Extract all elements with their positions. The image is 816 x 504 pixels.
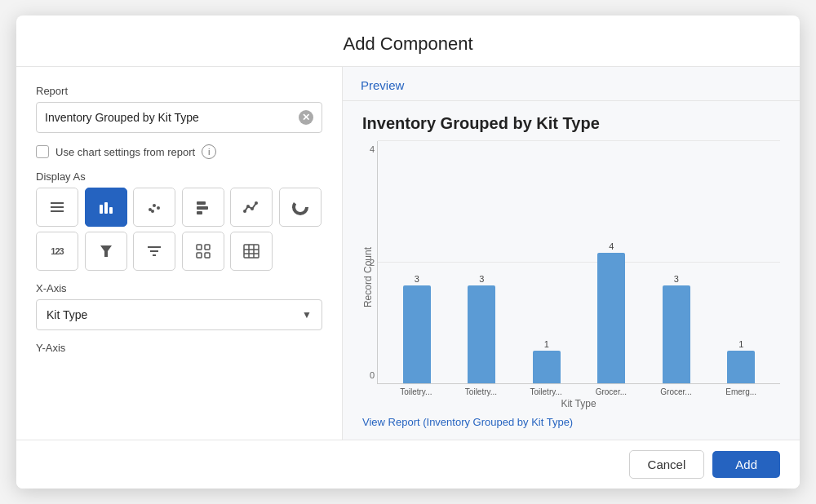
xaxis-dropdown-arrow: ▼ (302, 309, 312, 321)
preview-content: Inventory Grouped by Kit Type Record Cou… (343, 101, 800, 440)
preview-header: Preview (343, 67, 800, 101)
display-btn-funnel[interactable] (85, 232, 127, 271)
svg-point-16 (255, 201, 258, 205)
svg-rect-3 (100, 205, 103, 214)
display-btn-filter[interactable] (133, 232, 175, 271)
bar-value-label: 1 (738, 339, 743, 349)
bar-rect (533, 351, 561, 383)
x-axis-label-item: Grocer... (644, 387, 709, 396)
modal-header: Add Component (16, 15, 800, 67)
bar-group: 3 (644, 274, 709, 383)
modal-body: Report Inventory Grouped by Kit Type ✕ U… (16, 67, 800, 440)
x-axis-label-item: Toiletry... (513, 387, 579, 396)
x-axis-label-item: Toiletry... (449, 387, 514, 396)
bar-value-label: 3 (479, 274, 484, 284)
bar-rect (663, 285, 690, 383)
display-btn-scatter[interactable] (133, 188, 175, 227)
svg-rect-12 (197, 211, 202, 214)
svg-point-15 (251, 207, 254, 210)
bar-rect (403, 285, 431, 383)
right-panel: Preview Inventory Grouped by Kit Type Re… (343, 67, 800, 440)
bars-container: 331431 (378, 148, 780, 383)
display-btn-bar[interactable] (85, 188, 127, 227)
svg-rect-22 (197, 245, 202, 250)
xaxis-dropdown[interactable]: Kit Type ▼ (36, 299, 322, 330)
report-label: Report (36, 85, 322, 97)
bar-group: 3 (384, 274, 450, 383)
info-icon[interactable]: i (202, 144, 216, 159)
bar-rect (597, 253, 625, 383)
x-axis-title: Kit Type (377, 398, 780, 409)
bar-rect (468, 285, 495, 383)
x-axis-labels: Toiletry...Toiletry...Toiletry...Grocer.… (377, 384, 780, 396)
display-as-label: Display As (36, 170, 322, 183)
yaxis-section: Y-Axis (36, 342, 322, 359)
x-axis-label-item: Grocer... (579, 387, 644, 396)
svg-rect-25 (205, 253, 210, 258)
svg-rect-10 (197, 201, 206, 205)
chart-area: Record Count 0 2 4 (362, 141, 780, 414)
modal-title: Add Component (344, 33, 473, 54)
display-btn-list[interactable] (36, 188, 78, 227)
svg-rect-23 (205, 245, 210, 250)
h-gridline-4 (378, 140, 780, 141)
svg-rect-24 (197, 253, 202, 258)
xaxis-label: X-Axis (36, 282, 322, 294)
bar-value-label: 3 (674, 274, 679, 284)
svg-point-8 (157, 206, 160, 210)
svg-rect-26 (244, 245, 259, 258)
bar-group: 1 (514, 339, 579, 383)
y-tick-4: 4 (355, 144, 375, 154)
bar-group: 4 (579, 241, 645, 383)
display-btn-metric[interactable]: 123 (36, 232, 78, 271)
bar-value-label: 1 (544, 339, 549, 349)
chart-settings-checkbox[interactable] (36, 145, 49, 158)
yaxis-label: Y-Axis (36, 342, 322, 354)
y-tick-0: 0 (355, 370, 375, 380)
bar-group: 3 (450, 274, 515, 383)
svg-rect-4 (104, 202, 108, 214)
chart-settings-checkbox-row: Use chart settings from report i (36, 144, 322, 159)
modal-footer: Cancel Add (16, 440, 800, 489)
display-btn-donut[interactable] (279, 188, 322, 227)
chart-settings-label: Use chart settings from report (55, 146, 195, 158)
chart-title: Inventory Grouped by Kit Type (362, 114, 780, 133)
bar-value-label: 3 (415, 274, 419, 284)
report-input-row[interactable]: Inventory Grouped by Kit Type ✕ (36, 102, 322, 133)
display-as-section: Display As (36, 170, 322, 271)
display-as-grid: 123 (36, 188, 322, 271)
chart-inner: 0 2 4 33 (377, 141, 780, 414)
add-button[interactable]: Add (712, 451, 780, 478)
y-tick-2: 2 (355, 258, 375, 267)
clear-icon[interactable]: ✕ (299, 110, 313, 125)
bar-group: 1 (709, 339, 774, 383)
bar-rect (727, 351, 755, 383)
x-axis-label-item: Emerg... (708, 387, 774, 396)
bar-value-label: 4 (609, 241, 614, 251)
xaxis-value: Kit Type (47, 308, 302, 321)
svg-point-18 (297, 204, 304, 210)
display-btn-column[interactable] (182, 188, 224, 227)
display-btn-combo[interactable] (230, 188, 273, 227)
cancel-button[interactable]: Cancel (629, 450, 705, 479)
svg-point-9 (151, 210, 154, 213)
svg-point-7 (153, 204, 156, 207)
preview-label: Preview (361, 78, 404, 92)
modal-overlay: Add Component Report Inventory Grouped b… (0, 0, 816, 504)
svg-rect-5 (109, 207, 113, 214)
view-report-link[interactable]: View Report (Inventory Grouped by Kit Ty… (362, 414, 780, 433)
x-axis-label-item: Toiletry... (384, 387, 449, 396)
svg-rect-11 (197, 206, 208, 210)
report-input-text: Inventory Grouped by Kit Type (45, 111, 299, 124)
display-btn-matrix[interactable] (182, 232, 224, 271)
xaxis-section: X-Axis Kit Type ▼ (36, 282, 322, 330)
chart-grid-area: 0 2 4 33 (377, 141, 780, 384)
modal: Add Component Report Inventory Grouped b… (16, 15, 800, 489)
svg-point-13 (243, 210, 246, 213)
report-section: Report Inventory Grouped by Kit Type ✕ (36, 85, 322, 133)
y-ticks: 0 2 4 (355, 141, 375, 383)
left-panel: Report Inventory Grouped by Kit Type ✕ U… (16, 67, 343, 440)
svg-point-14 (246, 205, 250, 208)
display-btn-table[interactable] (230, 232, 273, 271)
